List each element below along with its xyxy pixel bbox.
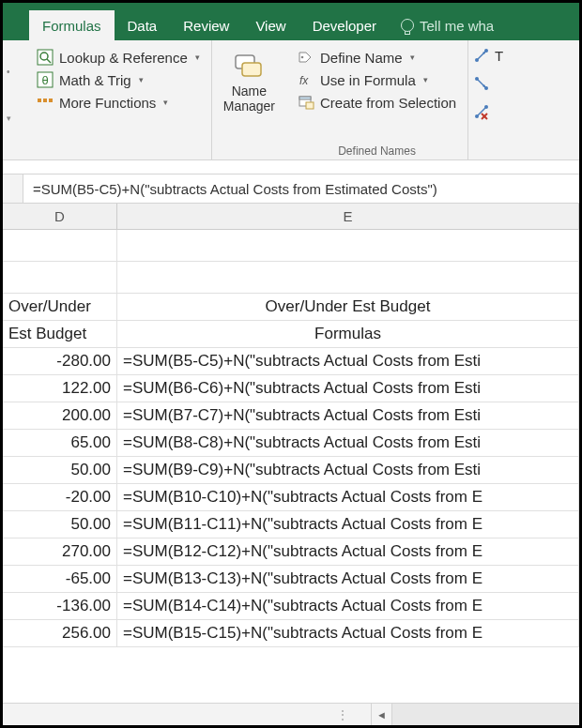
cell-e[interactable]: =SUM(B5-C5)+N("subtracts Actual Costs fr… <box>117 348 579 374</box>
grid-row[interactable]: -20.00=SUM(B10-C10)+N("subtracts Actual … <box>3 484 579 511</box>
cell-e[interactable]: =SUM(B10-C10)+N("subtracts Actual Costs … <box>117 484 579 510</box>
lookup-label: Lookup & Reference <box>59 50 188 66</box>
scroll-track[interactable] <box>391 704 579 725</box>
math-trig-button[interactable]: θ Math & Trig ▾ <box>35 68 202 91</box>
tab-formulas[interactable]: Formulas <box>29 10 115 40</box>
grid-row[interactable]: -280.00=SUM(B5-C5)+N("subtracts Actual C… <box>3 348 579 375</box>
name-manager-label-2: Manager <box>223 99 275 114</box>
cell-e[interactable]: =SUM(B7-C7)+N("subtracts Actual Costs fr… <box>117 402 579 429</box>
svg-text:fx: fx <box>299 74 309 87</box>
trace-precedents-button[interactable]: T <box>472 46 503 65</box>
grid-row[interactable]: 50.00=SUM(B11-C11)+N("subtracts Actual C… <box>3 511 579 538</box>
tab-review[interactable]: Review <box>170 10 242 40</box>
grid-row-blank[interactable] <box>3 262 579 294</box>
svg-rect-14 <box>306 102 314 109</box>
cell-e[interactable]: =SUM(B6-C6)+N("subtracts Actual Costs fr… <box>117 375 579 402</box>
cell-e[interactable]: =SUM(B15-C15)+N("subtracts Actual Costs … <box>117 620 579 646</box>
more-functions-label: More Functions <box>59 95 156 111</box>
grid-row-blank[interactable] <box>3 230 579 262</box>
grid-row[interactable]: 50.00=SUM(B9-C9)+N("subtracts Actual Cos… <box>3 457 579 484</box>
trace-t-label: T <box>495 48 503 64</box>
cell-d-header1[interactable]: Over/Under <box>3 294 117 320</box>
trace-dependents-button[interactable] <box>472 74 503 93</box>
col-header-e[interactable]: E <box>117 204 579 229</box>
create-selection-icon <box>298 94 314 111</box>
tab-developer[interactable]: Developer <box>299 10 390 40</box>
chevron-down-icon: ▾ <box>163 98 168 107</box>
remove-arrows-button[interactable] <box>472 102 503 121</box>
grid-row-header2[interactable]: Est Budget Formulas <box>3 321 579 348</box>
formula-bar-left <box>3 174 23 203</box>
cell-e[interactable]: =SUM(B9-C9)+N("subtracts Actual Costs fr… <box>117 457 579 483</box>
cell-d[interactable]: 122.00 <box>3 375 117 402</box>
cell-d[interactable]: 50.00 <box>3 457 117 483</box>
cell-d[interactable]: -65.00 <box>3 566 117 592</box>
horizontal-scrollbar[interactable]: ⋮ ◄ <box>3 703 579 725</box>
tell-me-search[interactable]: Tell me wha <box>390 10 579 40</box>
ribbon: • ▾ Lookup & Reference ▾ θ Math & Trig ▾ <box>3 40 579 160</box>
more-functions-icon <box>37 94 54 111</box>
grid-row[interactable]: 200.00=SUM(B7-C7)+N("subtracts Actual Co… <box>3 402 579 430</box>
cell-d-blank[interactable] <box>3 262 117 293</box>
app-frame: Formulas Data Review View Developer Tell… <box>0 0 582 728</box>
grid-row[interactable]: 122.00=SUM(B6-C6)+N("subtracts Actual Co… <box>3 375 579 402</box>
spreadsheet-grid[interactable]: Over/Under Over/Under Est Budget Est Bud… <box>3 230 579 647</box>
cell-d[interactable]: -20.00 <box>3 484 117 510</box>
grid-row[interactable]: 65.00=SUM(B8-C8)+N("subtracts Actual Cos… <box>3 430 579 457</box>
cell-d[interactable]: -280.00 <box>3 348 117 374</box>
formula-bar[interactable]: =SUM(B5-C5)+N("subtracts Actual Costs fr… <box>3 174 579 204</box>
col-header-d[interactable]: D <box>3 204 117 229</box>
use-in-formula-button[interactable]: fx Use in Formula ▾ <box>296 68 458 91</box>
cell-e-header1[interactable]: Over/Under Est Budget <box>117 294 579 320</box>
cell-e[interactable]: =SUM(B11-C11)+N("subtracts Actual Costs … <box>117 511 579 538</box>
cell-d[interactable]: 270.00 <box>3 538 117 565</box>
grid-row[interactable]: 256.00=SUM(B15-C15)+N("subtracts Actual … <box>3 620 579 647</box>
grid-row[interactable]: -65.00=SUM(B13-C13)+N("subtracts Actual … <box>3 566 579 593</box>
svg-rect-9 <box>242 63 261 76</box>
svg-text:θ: θ <box>41 73 48 87</box>
defined-names-caption: Defined Names <box>296 141 458 158</box>
svg-point-10 <box>301 56 304 59</box>
group-caption-placeholder <box>35 141 202 158</box>
create-from-selection-label: Create from Selection <box>320 95 456 111</box>
chevron-down-icon: ▾ <box>195 53 200 62</box>
svg-rect-6 <box>43 99 47 102</box>
cell-e[interactable]: =SUM(B12-C12)+N("subtracts Actual Costs … <box>117 538 579 565</box>
cell-e[interactable]: =SUM(B13-C13)+N("subtracts Actual Costs … <box>117 566 579 592</box>
cell-d-blank[interactable] <box>3 230 117 261</box>
tag-icon <box>298 49 314 66</box>
cell-e-blank[interactable] <box>117 262 579 293</box>
tell-me-label: Tell me wha <box>420 18 494 34</box>
define-name-button[interactable]: Define Name ▾ <box>296 46 458 68</box>
sheet-tab-area[interactable]: ⋮ <box>3 707 371 722</box>
grid-row[interactable]: -136.00=SUM(B14-C14)+N("subtracts Actual… <box>3 593 579 620</box>
chevron-down-icon: ▾ <box>410 53 415 62</box>
grid-row[interactable]: 270.00=SUM(B12-C12)+N("subtracts Actual … <box>3 538 579 566</box>
svg-rect-5 <box>38 99 41 102</box>
tab-view[interactable]: View <box>242 10 299 40</box>
formula-auditing-group: T <box>468 40 507 159</box>
cell-d[interactable]: 50.00 <box>3 511 117 538</box>
cell-e-blank[interactable] <box>117 230 579 261</box>
cell-d[interactable]: 200.00 <box>3 402 117 429</box>
scroll-left-button[interactable]: ◄ <box>371 704 391 725</box>
tab-data[interactable]: Data <box>115 10 171 40</box>
cell-d-header2[interactable]: Est Budget <box>3 321 117 347</box>
cell-d[interactable]: -136.00 <box>3 593 117 619</box>
formula-text[interactable]: =SUM(B5-C5)+N("subtracts Actual Costs fr… <box>23 181 447 197</box>
more-functions-button[interactable]: More Functions ▾ <box>35 91 202 114</box>
cell-e[interactable]: =SUM(B14-C14)+N("subtracts Actual Costs … <box>117 593 579 619</box>
lookup-reference-button[interactable]: Lookup & Reference ▾ <box>35 46 202 68</box>
math-label: Math & Trig <box>59 72 131 88</box>
lookup-icon <box>37 49 54 66</box>
ribbon-left-edge: • ▾ <box>3 40 25 159</box>
cell-e-header2[interactable]: Formulas <box>117 321 579 347</box>
cell-d[interactable]: 256.00 <box>3 620 117 646</box>
create-from-selection-button[interactable]: Create from Selection <box>296 91 458 114</box>
name-manager-button[interactable]: Name Manager <box>218 46 281 114</box>
grid-row-header1[interactable]: Over/Under Over/Under Est Budget <box>3 294 579 321</box>
svg-rect-7 <box>49 99 53 102</box>
name-manager-icon <box>233 50 265 82</box>
cell-d[interactable]: 65.00 <box>3 430 117 456</box>
cell-e[interactable]: =SUM(B8-C8)+N("subtracts Actual Costs fr… <box>117 430 579 456</box>
